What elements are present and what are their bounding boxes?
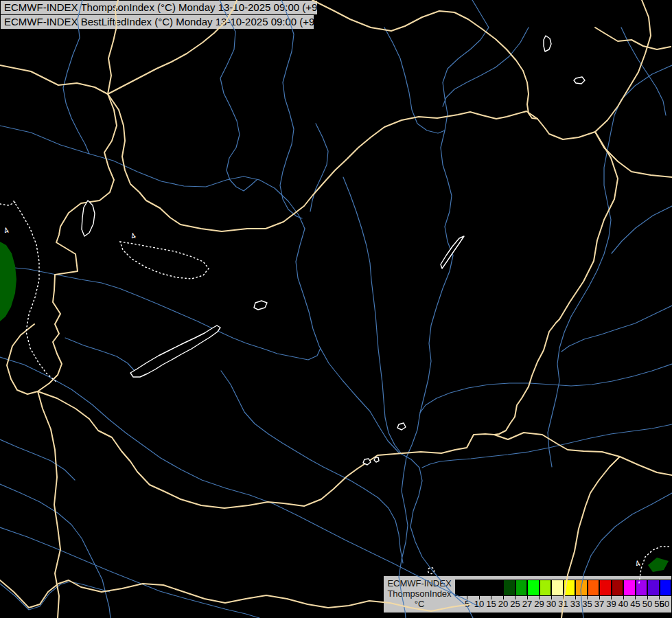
colorbar-cell [467,580,480,596]
border-ro-rs [494,433,672,475]
border-si-hr [38,391,60,618]
river-raba [0,266,321,360]
legend-unit-label: °C [384,599,455,609]
weather-map-page: { "header": { "bars": [ { "text": "ECMWF… [0,0,672,618]
border-sk-ua [595,0,651,132]
legend-model-label: ECMWF-INDEX [384,578,455,588]
station-marker-icon: 4 [129,231,138,242]
lake-neusiedl-outline [82,201,95,236]
lake-small-northeast-2 [574,77,585,84]
border-pl-ua [595,27,671,49]
lakes-layer [82,36,585,465]
border-ro-ua [595,132,672,177]
lake-small-south-3 [397,423,406,430]
lake-small-northeast-1 [544,36,551,52]
country-borders-layer [0,0,672,618]
river-ipoly [310,124,328,211]
river-danube-upper [0,126,305,229]
river-sava [0,527,259,618]
lake-tisza-outline [441,236,464,268]
river-danube-south [296,229,473,618]
colorbar-cell [527,580,540,596]
river-tisza [399,0,489,618]
river-bosut [0,439,75,480]
river-zala [65,338,135,371]
lake-balaton-outline [130,325,220,377]
dotted-loop-center [120,242,209,279]
station-markers-layer: 444 [2,225,642,569]
lake-velence-outline [254,301,267,310]
river-bottom-pair [0,582,110,610]
colorbar-cell [564,580,576,596]
river-prut [621,27,666,115]
river-koros [420,364,672,413]
colorbar-cell [515,580,528,596]
colorbar-cell [455,580,467,596]
river-hron [280,0,302,218]
border-si-loop [7,324,38,394]
index-blob-west [0,242,16,321]
legend: ECMWF-INDEX ThompsonIndex °C 51015202527… [383,575,672,613]
river-zagyva [343,177,402,454]
dotted-contours-layer [0,201,670,583]
river-szamos [548,65,672,467]
colorbar-cell [575,580,588,596]
colorbar-cell [660,580,672,596]
colorbar-cell [503,580,515,596]
river-sio [221,371,403,563]
dotted-circle-south [428,568,435,574]
border-pl-sk [312,0,537,119]
legend-index-label: ThompsonIndex [384,588,455,599]
border-hu-ro [494,132,618,435]
dotted-arc-west [14,201,56,382]
border-cz-at [0,65,108,94]
rivers-layer [0,0,672,618]
colorbar-cell [623,580,636,596]
legend-labels: ECMWF-INDEX ThompsonIndex °C [384,578,455,609]
river-bodrog [443,27,529,106]
station-marker-icon: 4 [2,225,11,236]
colorbar-cell [636,580,648,596]
lake-small-south-2 [374,457,379,462]
border-hu-hr-rs [38,391,494,508]
dotted-fragment-northwest [0,203,15,205]
border-hu-sk [108,94,595,231]
colorbar-cell [540,580,552,596]
colorbar-cell [647,580,660,596]
index-blob-southeast [648,558,669,572]
header-bar-thompson-index: ECMWF-INDEX ThompsonIndex (°C) Monday 13… [0,0,318,15]
river-maros [422,424,672,468]
header-bar-best-lifted-index: ECMWF-INDEX BestLiftedIndex (°C) Monday … [0,14,314,30]
colorbar-cell [491,580,504,596]
colorbar-cell [551,580,564,596]
river-kupa [0,484,111,618]
colorbar-cell [479,580,491,596]
river-somes-east [612,206,672,253]
index-data-layer [0,242,669,572]
colorbar-tick-label: 60 [658,599,671,609]
lake-small-south-1 [363,459,371,465]
river-mures-east [561,306,672,352]
colorbar-cell [588,580,600,596]
weather-map-canvas: 444 [0,0,672,618]
station-marker-icon: 4 [634,558,642,569]
border-at-hu [38,94,117,391]
colorbar-cell [599,580,612,596]
colorbar-cell [612,580,624,596]
river-hernad [384,27,445,133]
river-drava [0,357,480,607]
